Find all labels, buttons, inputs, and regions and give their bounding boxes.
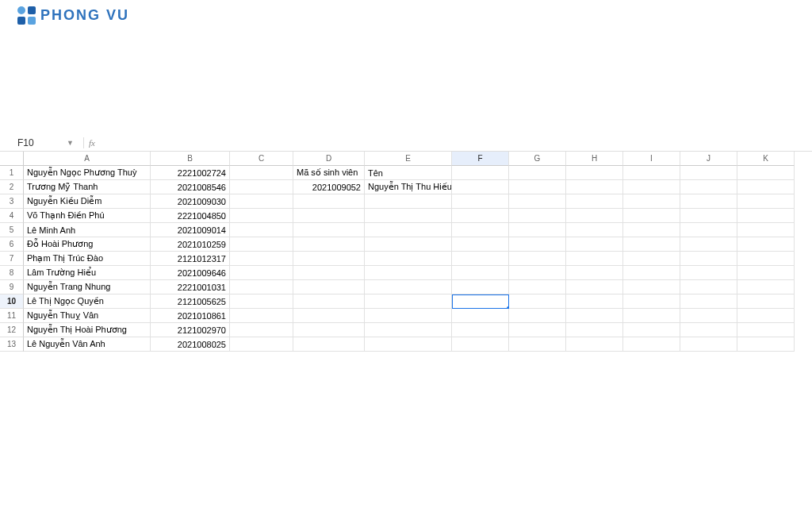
cell-J1[interactable] <box>680 166 737 180</box>
select-all-corner[interactable] <box>0 152 24 166</box>
cell-G6[interactable] <box>509 237 566 252</box>
cell-J13[interactable] <box>680 337 737 352</box>
cell-K10[interactable] <box>737 294 795 309</box>
cell-H2[interactable] <box>566 180 623 194</box>
cell-D3[interactable] <box>293 194 365 209</box>
cell-I2[interactable] <box>623 180 680 194</box>
column-header-E[interactable]: E <box>365 152 452 166</box>
cell-G11[interactable] <box>509 309 566 323</box>
cell-E13[interactable] <box>365 337 452 352</box>
column-header-G[interactable]: G <box>509 152 566 166</box>
cell-I5[interactable] <box>623 223 680 237</box>
cell-K5[interactable] <box>737 223 795 237</box>
row-header[interactable]: 10 <box>0 294 24 309</box>
column-header-I[interactable]: I <box>623 152 680 166</box>
cell-A3[interactable]: Nguyễn Kiều Diễm <box>24 194 151 209</box>
cell-D7[interactable] <box>293 252 365 266</box>
cell-D9[interactable] <box>293 280 365 294</box>
cell-A11[interactable]: Nguyễn Thuỵ Vân <box>24 309 151 323</box>
cell-D2[interactable]: 2021009052 <box>293 180 365 194</box>
cell-A1[interactable]: Nguyễn Ngọc Phương Thuỳ <box>24 166 151 180</box>
cell-H5[interactable] <box>566 223 623 237</box>
cell-F12[interactable] <box>452 323 509 337</box>
cell-H4[interactable] <box>566 209 623 223</box>
column-header-D[interactable]: D <box>293 152 365 166</box>
cell-B8[interactable]: 2021009646 <box>151 266 230 280</box>
row-header[interactable]: 7 <box>0 252 24 266</box>
cell-H12[interactable] <box>566 323 623 337</box>
cell-C9[interactable] <box>230 280 293 294</box>
cell-G1[interactable] <box>509 166 566 180</box>
cell-G13[interactable] <box>509 337 566 352</box>
cell-G7[interactable] <box>509 252 566 266</box>
cell-A4[interactable]: Võ Thạnh Điền Phú <box>24 209 151 223</box>
cell-B11[interactable]: 2021010861 <box>151 309 230 323</box>
cell-H3[interactable] <box>566 194 623 209</box>
cell-D11[interactable] <box>293 309 365 323</box>
cell-K11[interactable] <box>737 309 795 323</box>
cell-H1[interactable] <box>566 166 623 180</box>
cell-G3[interactable] <box>509 194 566 209</box>
cell-E5[interactable] <box>365 223 452 237</box>
cell-F13[interactable] <box>452 337 509 352</box>
column-header-F[interactable]: F <box>452 152 509 166</box>
cell-D10[interactable] <box>293 294 365 309</box>
fx-icon[interactable]: fx <box>89 138 95 148</box>
cell-C12[interactable] <box>230 323 293 337</box>
cell-J10[interactable] <box>680 294 737 309</box>
cell-C6[interactable] <box>230 237 293 252</box>
cell-E6[interactable] <box>365 237 452 252</box>
row-header[interactable]: 3 <box>0 194 24 209</box>
cell-K4[interactable] <box>737 209 795 223</box>
cell-E11[interactable] <box>365 309 452 323</box>
cell-B12[interactable]: 2121002970 <box>151 323 230 337</box>
cell-I8[interactable] <box>623 266 680 280</box>
row-header[interactable]: 6 <box>0 237 24 252</box>
cell-A12[interactable]: Nguyễn Thị Hoài Phương <box>24 323 151 337</box>
spreadsheet-grid[interactable]: 12345678910111213 ABCDEFGHIJK Nguyễn Ngọ… <box>0 152 812 352</box>
cell-I6[interactable] <box>623 237 680 252</box>
cell-H10[interactable] <box>566 294 623 309</box>
cell-A5[interactable]: Lê Minh Anh <box>24 223 151 237</box>
cell-I12[interactable] <box>623 323 680 337</box>
cell-D13[interactable] <box>293 337 365 352</box>
cell-G2[interactable] <box>509 180 566 194</box>
cell-E8[interactable] <box>365 266 452 280</box>
column-header-C[interactable]: C <box>230 152 293 166</box>
cell-G4[interactable] <box>509 209 566 223</box>
cell-B1[interactable]: 2221002724 <box>151 166 230 180</box>
cell-J4[interactable] <box>680 209 737 223</box>
cell-I10[interactable] <box>623 294 680 309</box>
name-box-dropdown-icon[interactable]: ▼ <box>62 139 79 147</box>
cell-D6[interactable] <box>293 237 365 252</box>
row-header[interactable]: 13 <box>0 337 24 352</box>
cell-F3[interactable] <box>452 194 509 209</box>
cell-H6[interactable] <box>566 237 623 252</box>
cell-D5[interactable] <box>293 223 365 237</box>
cell-F9[interactable] <box>452 280 509 294</box>
cell-J11[interactable] <box>680 309 737 323</box>
column-header-B[interactable]: B <box>151 152 230 166</box>
cell-J7[interactable] <box>680 252 737 266</box>
cell-D12[interactable] <box>293 323 365 337</box>
cell-G10[interactable] <box>509 294 566 309</box>
cell-B5[interactable]: 2021009014 <box>151 223 230 237</box>
cell-F4[interactable] <box>452 209 509 223</box>
cell-J2[interactable] <box>680 180 737 194</box>
cell-F2[interactable] <box>452 180 509 194</box>
cell-E2[interactable]: Nguyễn Thị Thu Hiếu <box>365 180 452 194</box>
cell-I4[interactable] <box>623 209 680 223</box>
cell-K3[interactable] <box>737 194 795 209</box>
cell-I1[interactable] <box>623 166 680 180</box>
cell-K9[interactable] <box>737 280 795 294</box>
cell-D4[interactable] <box>293 209 365 223</box>
cell-A7[interactable]: Phạm Thị Trúc Đào <box>24 252 151 266</box>
cell-C5[interactable] <box>230 223 293 237</box>
cell-B6[interactable]: 2021010259 <box>151 237 230 252</box>
cell-H13[interactable] <box>566 337 623 352</box>
cell-E9[interactable] <box>365 280 452 294</box>
cell-J9[interactable] <box>680 280 737 294</box>
cell-K7[interactable] <box>737 252 795 266</box>
cell-F6[interactable] <box>452 237 509 252</box>
cell-E7[interactable] <box>365 252 452 266</box>
